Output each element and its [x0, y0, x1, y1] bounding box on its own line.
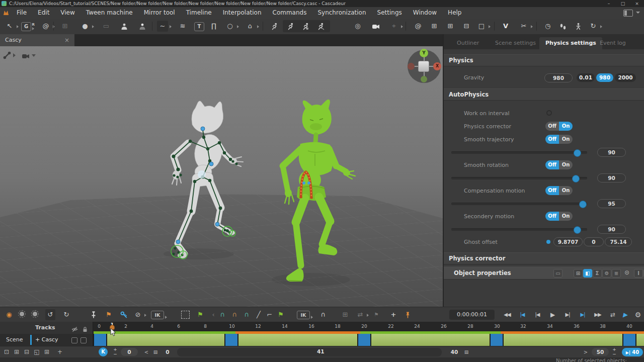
- add-camera-icon[interactable]: ⊡: [2, 348, 11, 356]
- menu-edit[interactable]: Edit: [32, 7, 55, 19]
- trajectory-tool[interactable]: ~: [157, 21, 168, 32]
- panel-box-icon[interactable]: ▭: [553, 269, 562, 278]
- slope-icon[interactable]: ╱: [254, 309, 264, 320]
- character-mode-icon[interactable]: [119, 21, 130, 32]
- focus-tool[interactable]: ⌖: [388, 21, 399, 32]
- gizmo-cube[interactable]: [418, 61, 429, 72]
- flag-marker-icon[interactable]: ⚑: [104, 309, 114, 320]
- circle-tool[interactable]: ○: [224, 21, 235, 32]
- menu-window[interactable]: Window: [408, 7, 442, 19]
- gizmo-y-negative[interactable]: [421, 76, 427, 82]
- arc-brown-icon[interactable]: ∩: [229, 309, 239, 320]
- v-tool[interactable]: V: [500, 21, 511, 32]
- add-track-icon[interactable]: ⊞: [12, 348, 21, 356]
- start-frame-value[interactable]: 0: [121, 348, 138, 356]
- layout-caret-icon[interactable]: [636, 12, 640, 14]
- frame-ruler[interactable]: 0 2 4 6 8 10 12 14 16 18 20 22 24 26 28 …: [93, 322, 644, 334]
- secondery-motion-on[interactable]: On: [559, 212, 573, 221]
- section-physics[interactable]: Physics: [444, 54, 644, 66]
- gizmo-x-negative[interactable]: [408, 63, 415, 70]
- keyframe-40[interactable]: [622, 334, 636, 346]
- ghost-grid-icon[interactable]: ⊞: [340, 309, 350, 320]
- run-variant-1-icon[interactable]: [285, 21, 296, 32]
- target-tool[interactable]: ◎: [352, 21, 363, 32]
- menu-view[interactable]: View: [55, 7, 80, 19]
- keyframe-20[interactable]: [357, 334, 371, 346]
- jump-to-start-button[interactable]: |◀: [516, 309, 529, 320]
- smooth-trajectory-off[interactable]: Off: [545, 135, 559, 144]
- lock-icon[interactable]: [82, 325, 88, 334]
- camera-tool-icon[interactable]: [370, 21, 381, 32]
- gravity-input[interactable]: 980: [544, 73, 573, 82]
- ghost-offset-y[interactable]: 0: [584, 237, 604, 246]
- tab-event-log[interactable]: Event log: [594, 37, 632, 49]
- track-name[interactable]: + Cascy: [35, 336, 58, 343]
- maximize-button[interactable]: □: [616, 0, 630, 7]
- scene-label[interactable]: Scene: [6, 336, 23, 343]
- rotate-view-tool[interactable]: ↻: [588, 21, 599, 32]
- info-icon[interactable]: I: [634, 269, 643, 278]
- physics-target-icon[interactable]: ◉: [4, 309, 14, 320]
- smooth-trajectory-on[interactable]: On: [559, 135, 573, 144]
- ball-icon-a[interactable]: [18, 310, 26, 318]
- secondery-motion-slider[interactable]: [451, 228, 587, 231]
- viewport-camera-icon[interactable]: [21, 52, 30, 61]
- eye-icon[interactable]: ⊙: [623, 269, 631, 277]
- interval-tool[interactable]: ∏: [208, 21, 219, 32]
- menu-file[interactable]: File: [11, 7, 32, 19]
- smooth-rotation-toggle[interactable]: Off On: [545, 160, 573, 169]
- fps-value[interactable]: 50: [592, 348, 609, 356]
- compensation-motion-on[interactable]: On: [559, 186, 573, 195]
- physics-corrector-toggle[interactable]: Off On: [545, 122, 573, 131]
- arc-teal-2-icon[interactable]: ∩: [242, 309, 252, 320]
- smooth-trajectory-slider[interactable]: [451, 151, 587, 154]
- end-frame-pill[interactable]: ▶| 40: [622, 348, 643, 356]
- next-frame-button[interactable]: ▶|: [561, 309, 574, 320]
- remove-layers-tool[interactable]: ⊟: [461, 21, 472, 32]
- back-arrow-button[interactable]: <: [142, 348, 151, 356]
- ik-mode-a-button[interactable]: IK: [151, 311, 164, 319]
- cycle-ccw-icon[interactable]: ↺: [45, 309, 55, 320]
- gravity-preset-001[interactable]: 0.01: [577, 73, 595, 82]
- transfer-icon[interactable]: ⇄: [355, 309, 365, 320]
- remove-track-icon[interactable]: ⊟: [22, 348, 31, 356]
- fast-forward-button[interactable]: ▶▶: [591, 309, 604, 320]
- selection-box-icon[interactable]: [181, 311, 190, 319]
- insert-track-icon[interactable]: ⊞: [42, 348, 51, 356]
- compensation-motion-off[interactable]: Off: [545, 186, 559, 195]
- frame-stepper-b[interactable]: +−: [612, 347, 617, 356]
- duplicate-track-icon[interactable]: ◱: [32, 348, 41, 356]
- ghost-offset-dot-icon[interactable]: [546, 240, 550, 244]
- gizmo-x-axis[interactable]: X: [433, 62, 441, 70]
- gizmo-tool[interactable]: GR: [21, 22, 31, 31]
- secondery-motion-toggle[interactable]: Off On: [545, 212, 573, 221]
- section-object-properties[interactable]: Object properties ▭ ⊞ ◧ Σ ⚙ ≡ ⊙ I U: [444, 266, 644, 280]
- menu-settings[interactable]: Settings: [372, 7, 408, 19]
- close-button[interactable]: ×: [630, 0, 644, 7]
- rewind-button[interactable]: ◀◀: [501, 309, 514, 320]
- menu-commands[interactable]: Commands: [267, 7, 312, 19]
- cursor-plus-icon[interactable]: +: [388, 309, 398, 320]
- compensation-motion-toggle[interactable]: Off On: [545, 186, 573, 195]
- menu-help[interactable]: Help: [442, 7, 467, 19]
- autoposing-tool[interactable]: ⌂: [245, 21, 256, 32]
- smooth-rotation-off[interactable]: Off: [545, 160, 559, 169]
- flag-small-icon[interactable]: ⚑: [371, 309, 381, 320]
- jump-to-end-button[interactable]: ▶|: [576, 309, 589, 320]
- smooth-rotation-handle[interactable]: [572, 175, 580, 183]
- secondery-motion-handle[interactable]: [574, 226, 581, 234]
- cut-tool[interactable]: ✂: [518, 21, 529, 32]
- minimize-button[interactable]: –: [602, 0, 616, 7]
- green-flag-a-icon[interactable]: ⚑: [195, 309, 205, 320]
- smooth-trajectory-value[interactable]: 90: [597, 148, 626, 157]
- loop-button[interactable]: ⇄: [606, 309, 619, 320]
- ghost-offset-z[interactable]: 75.14: [605, 237, 632, 246]
- section-physics-corrector[interactable]: Physics corrector: [444, 252, 644, 264]
- tween-tool[interactable]: T: [194, 22, 204, 31]
- interpolation-tool[interactable]: ≋: [177, 21, 188, 32]
- gear-icon[interactable]: ⚙: [602, 269, 611, 278]
- current-frame-value[interactable]: 0: [160, 348, 175, 356]
- track-checkbox-1[interactable]: [71, 337, 77, 343]
- run-variant-3-icon[interactable]: [315, 21, 326, 32]
- physics-corrector-off[interactable]: Off: [545, 122, 559, 131]
